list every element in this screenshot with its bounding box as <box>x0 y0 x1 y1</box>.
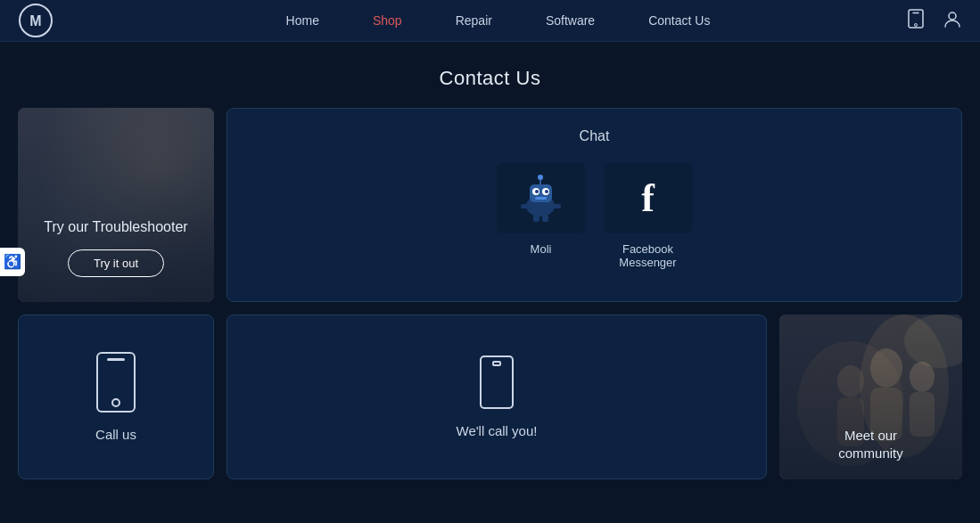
nav-software[interactable]: Software <box>546 13 595 28</box>
call-phone-icon <box>96 352 136 413</box>
we-call-card[interactable]: We'll call you! <box>226 315 767 479</box>
accessibility-button[interactable]: ♿ <box>0 248 25 276</box>
accessibility-icon: ♿ <box>4 253 21 270</box>
nav-links: Home Shop Repair Software Contact Us <box>89 13 907 28</box>
nav-contact-us[interactable]: Contact Us <box>648 13 710 28</box>
svg-point-10 <box>535 190 539 193</box>
moli-icon-box <box>497 162 586 233</box>
try-it-button[interactable]: Try it out <box>68 249 164 277</box>
community-label: Meet ourcommunity <box>838 428 903 461</box>
facebook-f-icon: f <box>641 176 655 221</box>
svg-rect-16 <box>552 204 561 208</box>
nav-shop[interactable]: Shop <box>373 13 402 28</box>
call-us-label: Call us <box>95 427 136 442</box>
we-call-phone-icon <box>480 355 514 409</box>
nav-icons <box>907 9 962 33</box>
svg-point-13 <box>538 175 543 180</box>
phone-home-button <box>111 398 120 407</box>
troubleshooter-card[interactable]: Try our Troubleshooter Try it out <box>18 108 214 302</box>
phone-icon[interactable] <box>907 9 925 33</box>
facebook-icon-box: f <box>604 162 693 233</box>
nav-home[interactable]: Home <box>286 13 319 28</box>
phone-speaker <box>107 358 125 361</box>
svg-point-5 <box>949 12 956 20</box>
main-content: Try our Troubleshooter Try it out Chat <box>0 108 980 497</box>
chat-options: Moli f FacebookMessenger <box>497 162 693 269</box>
moli-label: Moli <box>531 242 552 256</box>
logo[interactable]: M <box>18 3 54 38</box>
moli-option[interactable]: Moli <box>497 162 586 269</box>
svg-point-11 <box>545 190 548 193</box>
top-row: Try our Troubleshooter Try it out Chat <box>18 108 962 302</box>
svg-rect-15 <box>521 204 530 208</box>
svg-point-4 <box>915 23 918 26</box>
call-us-card[interactable]: Call us <box>18 315 214 479</box>
page-title: Contact Us <box>0 42 980 108</box>
phone-home2-button <box>492 361 501 366</box>
facebook-messenger-label: FacebookMessenger <box>619 242 676 269</box>
svg-rect-18 <box>542 215 548 222</box>
chat-card: Chat <box>226 108 962 302</box>
navigation: M Home Shop Repair Software Contact Us <box>0 0 980 42</box>
svg-rect-14 <box>535 197 547 200</box>
user-icon[interactable] <box>943 9 962 33</box>
svg-rect-17 <box>533 215 539 222</box>
troubleshooter-content: Try our Troubleshooter Try it out <box>44 218 187 277</box>
we-call-label: We'll call you! <box>457 423 538 438</box>
svg-text:M: M <box>29 13 41 29</box>
bottom-row: Call us We'll call you! <box>18 315 962 479</box>
facebook-messenger-option[interactable]: f FacebookMessenger <box>604 162 693 269</box>
nav-repair[interactable]: Repair <box>456 13 492 28</box>
troubleshooter-title: Try our Troubleshooter <box>44 218 187 237</box>
community-content: Meet ourcommunity <box>779 427 962 462</box>
community-card[interactable]: Meet ourcommunity <box>779 315 962 479</box>
chat-title: Chat <box>580 128 610 144</box>
